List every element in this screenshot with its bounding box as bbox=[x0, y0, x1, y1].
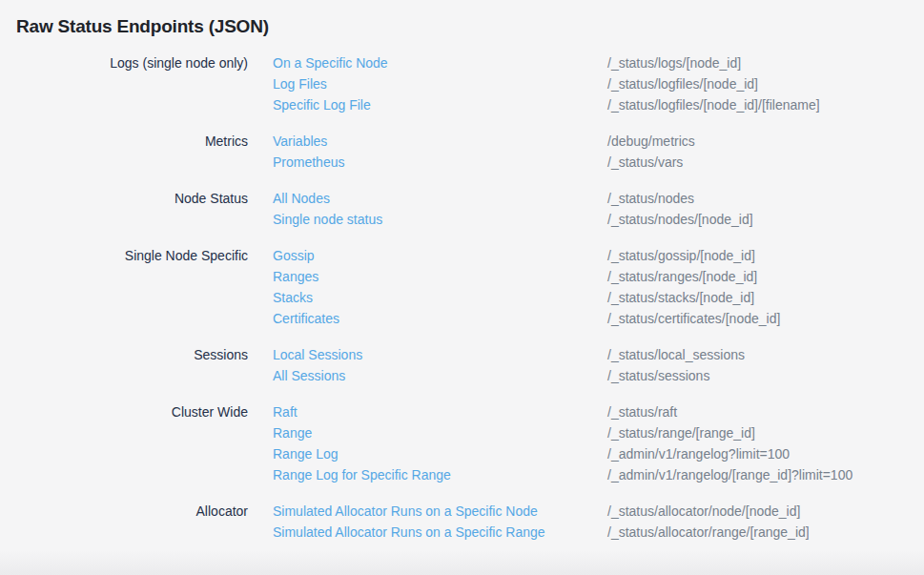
endpoint-row: Range /_status/range/[range_id] bbox=[273, 422, 924, 443]
endpoint-path: /_status/certificates/[node_id] bbox=[607, 308, 780, 329]
endpoint-row: On a Specific Node /_status/logs/[node_i… bbox=[273, 52, 924, 73]
endpoint-rows: Variables /debug/metrics Prometheus /_st… bbox=[273, 131, 924, 173]
endpoint-path: /_status/logfiles/[node_id] bbox=[607, 73, 758, 94]
endpoint-path: /_status/nodes/[node_id] bbox=[607, 209, 753, 230]
endpoint-link[interactable]: Local Sessions bbox=[273, 344, 607, 365]
endpoint-link[interactable]: Specific Log File bbox=[273, 94, 607, 115]
endpoint-row: Gossip /_status/gossip/[node_id] bbox=[273, 245, 924, 266]
endpoint-row: Specific Log File /_status/logfiles/[nod… bbox=[273, 94, 924, 115]
endpoint-path: /_status/ranges/[node_id] bbox=[607, 266, 757, 287]
endpoint-path: /_status/logs/[node_id] bbox=[607, 52, 741, 73]
endpoint-link[interactable]: Log Files bbox=[273, 73, 607, 94]
endpoint-path: /_status/logfiles/[node_id]/[filename] bbox=[607, 94, 820, 115]
endpoint-link[interactable]: Ranges bbox=[273, 266, 607, 287]
endpoint-group: Metrics Variables /debug/metrics Prometh… bbox=[0, 131, 924, 173]
endpoint-row: All Nodes /_status/nodes bbox=[273, 188, 924, 209]
endpoint-row: Simulated Allocator Runs on a Specific N… bbox=[273, 501, 924, 522]
endpoint-link[interactable]: Range Log for Specific Range bbox=[273, 464, 607, 485]
category-label: Logs (single node only) bbox=[0, 52, 248, 73]
endpoint-row: Log Files /_status/logfiles/[node_id] bbox=[273, 73, 924, 94]
endpoint-rows: On a Specific Node /_status/logs/[node_i… bbox=[273, 52, 924, 115]
endpoint-group: Cluster Wide Raft /_status/raft Range /_… bbox=[0, 401, 924, 485]
endpoint-path: /_status/raft bbox=[607, 401, 677, 422]
endpoint-row: Simulated Allocator Runs on a Specific R… bbox=[273, 522, 924, 543]
endpoint-rows: Gossip /_status/gossip/[node_id] Ranges … bbox=[273, 245, 924, 329]
endpoint-group: Allocator Simulated Allocator Runs on a … bbox=[0, 501, 924, 543]
endpoint-link[interactable]: Stacks bbox=[273, 287, 607, 308]
endpoint-path: /debug/metrics bbox=[607, 131, 695, 152]
endpoint-rows: Local Sessions /_status/local_sessions A… bbox=[273, 344, 924, 386]
endpoint-path: /_status/stacks/[node_id] bbox=[607, 287, 754, 308]
category-label: Metrics bbox=[0, 131, 248, 152]
category-label: Sessions bbox=[0, 344, 248, 365]
endpoint-row: Local Sessions /_status/local_sessions bbox=[273, 344, 924, 365]
endpoint-link[interactable]: Gossip bbox=[273, 245, 607, 266]
category-label: Node Status bbox=[0, 188, 248, 209]
page-title: Raw Status Endpoints (JSON) bbox=[16, 14, 924, 39]
endpoint-path: /_status/gossip/[node_id] bbox=[607, 245, 755, 266]
endpoint-path: /_status/local_sessions bbox=[607, 344, 745, 365]
endpoint-path: /_status/allocator/range/[range_id] bbox=[607, 522, 810, 543]
endpoint-path: /_status/sessions bbox=[607, 365, 709, 386]
endpoint-row: Single node status /_status/nodes/[node_… bbox=[273, 209, 924, 230]
endpoint-link[interactable]: Raft bbox=[273, 401, 607, 422]
endpoint-rows: Raft /_status/raft Range /_status/range/… bbox=[273, 401, 924, 485]
debug-page: Raw Status Endpoints (JSON) Logs (single… bbox=[0, 0, 924, 575]
endpoint-group: Node Status All Nodes /_status/nodes Sin… bbox=[0, 188, 924, 230]
endpoint-link[interactable]: Simulated Allocator Runs on a Specific N… bbox=[273, 501, 607, 522]
endpoint-row: Variables /debug/metrics bbox=[273, 131, 924, 152]
endpoint-rows: Simulated Allocator Runs on a Specific N… bbox=[273, 501, 924, 543]
bottom-fade bbox=[0, 550, 924, 575]
endpoint-path: /_admin/v1/rangelog/[range_id]?limit=100 bbox=[607, 464, 852, 485]
endpoint-link[interactable]: Range Log bbox=[273, 443, 607, 464]
endpoint-row: Range Log /_admin/v1/rangelog?limit=100 bbox=[273, 443, 924, 464]
endpoint-path: /_admin/v1/rangelog?limit=100 bbox=[607, 443, 790, 464]
endpoint-group: Logs (single node only) On a Specific No… bbox=[0, 52, 924, 115]
endpoint-link[interactable]: Range bbox=[273, 422, 607, 443]
endpoint-list: Logs (single node only) On a Specific No… bbox=[0, 52, 924, 543]
endpoint-link[interactable]: Variables bbox=[273, 131, 607, 152]
endpoint-row: Prometheus /_status/vars bbox=[273, 152, 924, 173]
endpoint-link[interactable]: All Sessions bbox=[273, 365, 607, 386]
endpoint-path: /_status/range/[range_id] bbox=[607, 422, 755, 443]
endpoint-link[interactable]: Single node status bbox=[273, 209, 607, 230]
endpoint-row: Ranges /_status/ranges/[node_id] bbox=[273, 266, 924, 287]
endpoint-link[interactable]: On a Specific Node bbox=[273, 52, 607, 73]
endpoint-path: /_status/vars bbox=[607, 152, 683, 173]
endpoint-path: /_status/nodes bbox=[607, 188, 694, 209]
endpoint-link[interactable]: Simulated Allocator Runs on a Specific R… bbox=[273, 522, 607, 543]
endpoint-rows: All Nodes /_status/nodes Single node sta… bbox=[273, 188, 924, 230]
category-label: Cluster Wide bbox=[0, 401, 248, 422]
endpoint-row: Range Log for Specific Range /_admin/v1/… bbox=[273, 464, 924, 485]
endpoint-link[interactable]: All Nodes bbox=[273, 188, 607, 209]
category-label: Allocator bbox=[0, 501, 248, 522]
endpoint-link[interactable]: Certificates bbox=[273, 308, 607, 329]
endpoint-row: Certificates /_status/certificates/[node… bbox=[273, 308, 924, 329]
category-label: Single Node Specific bbox=[0, 245, 248, 266]
endpoint-link[interactable]: Prometheus bbox=[273, 152, 607, 173]
endpoint-row: Stacks /_status/stacks/[node_id] bbox=[273, 287, 924, 308]
endpoint-path: /_status/allocator/node/[node_id] bbox=[607, 501, 800, 522]
endpoint-row: All Sessions /_status/sessions bbox=[273, 365, 924, 386]
endpoint-group: Single Node Specific Gossip /_status/gos… bbox=[0, 245, 924, 329]
endpoint-row: Raft /_status/raft bbox=[273, 401, 924, 422]
endpoint-group: Sessions Local Sessions /_status/local_s… bbox=[0, 344, 924, 386]
